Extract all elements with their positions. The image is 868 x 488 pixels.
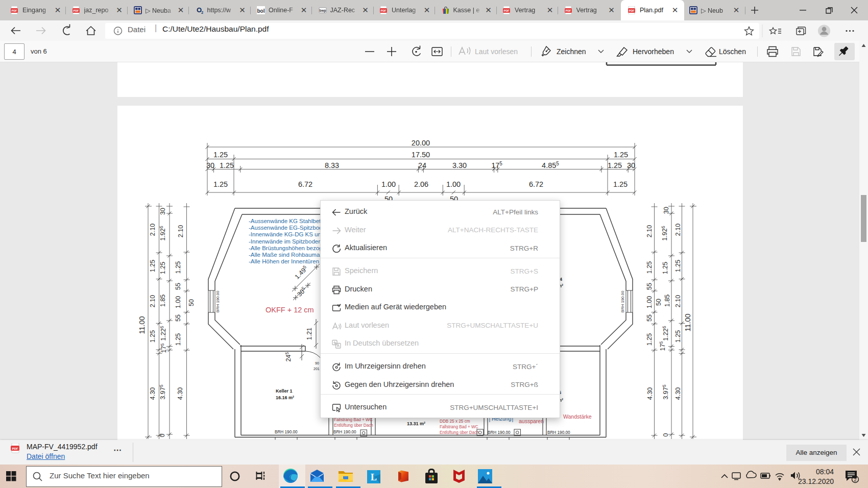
- svg-text:PDF: PDF: [73, 9, 79, 12]
- svg-text:4.30: 4.30: [646, 387, 654, 400]
- svg-text:PDF: PDF: [565, 9, 571, 12]
- svg-text:2.10: 2.10: [149, 224, 156, 236]
- svg-text:1.25: 1.25: [175, 261, 182, 274]
- svg-text:1.25: 1.25: [646, 261, 653, 274]
- svg-text:aussparen: aussparen: [519, 418, 544, 424]
- svg-text:30: 30: [663, 207, 670, 214]
- svg-text:BRH 190.00: BRH 190.00: [488, 430, 511, 435]
- svg-text:DDB 25 x 25 cm: DDB 25 x 25 cm: [440, 419, 470, 424]
- svg-text:2: 2: [854, 477, 856, 482]
- svg-text:1.85: 1.85: [664, 295, 671, 307]
- svg-text:11.00: 11.00: [684, 313, 692, 331]
- svg-text:1.225: 1.225: [159, 326, 167, 340]
- svg-text:1.85: 1.85: [159, 295, 166, 307]
- svg-text:2.10: 2.10: [674, 224, 682, 236]
- svg-text:Keller 1: Keller 1: [276, 388, 293, 394]
- svg-text:1.25: 1.25: [614, 151, 628, 159]
- svg-text:17.50: 17.50: [412, 151, 430, 159]
- svg-text:175: 175: [491, 161, 502, 169]
- svg-text:24: 24: [418, 161, 426, 169]
- svg-text:2.10: 2.10: [674, 295, 682, 307]
- svg-text:1.25: 1.25: [662, 262, 669, 274]
- svg-text:30: 30: [206, 161, 214, 169]
- svg-text:1.225: 1.225: [662, 326, 669, 340]
- svg-text:20.00: 20.00: [412, 139, 430, 147]
- svg-text:55: 55: [175, 283, 182, 290]
- svg-text:BRH 190.00: BRH 190.00: [547, 430, 570, 435]
- svg-text:2.10: 2.10: [149, 295, 156, 307]
- svg-text:OKFF + 12 cm: OKFF + 12 cm: [266, 306, 314, 314]
- svg-text:1.25: 1.25: [213, 151, 228, 159]
- svg-text:1.25: 1.25: [149, 330, 156, 343]
- svg-text:BRH 190.00: BRH 190.00: [215, 290, 220, 312]
- svg-text:PDF: PDF: [629, 9, 635, 12]
- svg-text:4.30: 4.30: [177, 387, 184, 400]
- svg-text:175: 175: [659, 341, 666, 351]
- svg-text:3.30: 3.30: [452, 161, 467, 169]
- svg-text:1.25: 1.25: [159, 262, 166, 274]
- svg-text:1.925: 1.925: [159, 226, 166, 240]
- svg-text:201: 201: [314, 367, 320, 371]
- svg-text:1.25: 1.25: [220, 161, 234, 169]
- svg-text:-Aussenwände EG-Spitzboden: -Aussenwände EG-Spitzboden: [249, 225, 329, 231]
- svg-text:Wandstärke: Wandstärke: [563, 413, 592, 420]
- svg-text:2.10: 2.10: [177, 225, 184, 237]
- svg-text:1.25: 1.25: [674, 330, 682, 343]
- svg-text:Entlüftung über Dach: Entlüftung über Dach: [334, 423, 373, 428]
- svg-text:2.10: 2.10: [646, 225, 653, 237]
- svg-text:PDF: PDF: [12, 9, 17, 12]
- svg-text:-Alle Maße sind Rohbaumaße: -Alle Maße sind Rohbaumaße: [249, 252, 327, 258]
- svg-text:0: 0: [662, 433, 669, 436]
- svg-text:16.16 m²: 16.16 m²: [276, 395, 294, 400]
- svg-text:1.25: 1.25: [613, 180, 628, 188]
- svg-text:BRH 190.00: BRH 190.00: [275, 430, 298, 434]
- svg-text:175: 175: [160, 344, 167, 353]
- svg-text:BRH 190.00: BRH 190.00: [620, 290, 625, 312]
- svg-text:1.495: 1.495: [293, 264, 309, 280]
- svg-text:bol: bol: [257, 8, 265, 14]
- svg-text:3.975: 3.975: [159, 384, 166, 399]
- svg-text:-Alle Höhen der Innentüren von: -Alle Höhen der Innentüren von: [249, 258, 330, 264]
- svg-text:30: 30: [627, 161, 635, 169]
- svg-text:Fallstrang Bad + WC: Fallstrang Bad + WC: [440, 425, 478, 429]
- svg-text:0: 0: [159, 433, 166, 437]
- svg-text:1.25: 1.25: [674, 260, 682, 272]
- svg-text:55: 55: [175, 314, 182, 322]
- svg-text:1.25: 1.25: [608, 161, 622, 169]
- svg-text:1.00: 1.00: [381, 180, 396, 188]
- svg-text:6.72: 6.72: [298, 180, 312, 188]
- svg-text:11.00: 11.00: [138, 316, 146, 334]
- svg-text:Fallstrang Bad + WC: Fallstrang Bad + WC: [334, 418, 373, 422]
- svg-text:1.00: 1.00: [175, 296, 182, 308]
- svg-text:6.72: 6.72: [529, 180, 543, 188]
- svg-text:30: 30: [159, 208, 166, 215]
- svg-text:PDF: PDF: [381, 9, 387, 12]
- svg-text:4.30: 4.30: [674, 387, 682, 400]
- svg-text:L: L: [371, 472, 377, 482]
- svg-text:50: 50: [188, 299, 195, 306]
- svg-text:PDF: PDF: [504, 9, 510, 12]
- svg-text:1.25: 1.25: [646, 333, 653, 346]
- svg-text:BRH 190.00: BRH 190.00: [333, 430, 356, 434]
- svg-text:3.975: 3.975: [662, 384, 669, 399]
- svg-text:bwp: bwp: [319, 9, 326, 13]
- svg-text:50: 50: [655, 299, 662, 306]
- svg-text:1.00: 1.00: [446, 180, 461, 188]
- svg-text:1.25: 1.25: [149, 260, 156, 272]
- svg-text:Entlüftung über Dach: Entlüftung über Dach: [440, 430, 479, 435]
- svg-text:1.00: 1.00: [646, 296, 653, 308]
- svg-text:55: 55: [646, 314, 653, 322]
- svg-text:2.06: 2.06: [414, 180, 428, 188]
- svg-text:8.33: 8.33: [325, 161, 339, 169]
- svg-text:90: 90: [315, 361, 319, 365]
- svg-text:1.21: 1.21: [306, 328, 313, 340]
- svg-text:PDF: PDF: [12, 447, 18, 450]
- svg-text:2: 2: [201, 11, 203, 14]
- svg-text:55: 55: [646, 283, 653, 290]
- svg-text:4.30: 4.30: [149, 387, 156, 400]
- svg-text:1.25: 1.25: [175, 333, 182, 346]
- svg-text:1.25: 1.25: [213, 180, 228, 188]
- svg-text:1.925: 1.925: [661, 226, 668, 240]
- svg-text:-Aussenwände KG Stahlbeton: -Aussenwände KG Stahlbeton: [249, 218, 327, 224]
- svg-text:4.855: 4.855: [542, 161, 559, 169]
